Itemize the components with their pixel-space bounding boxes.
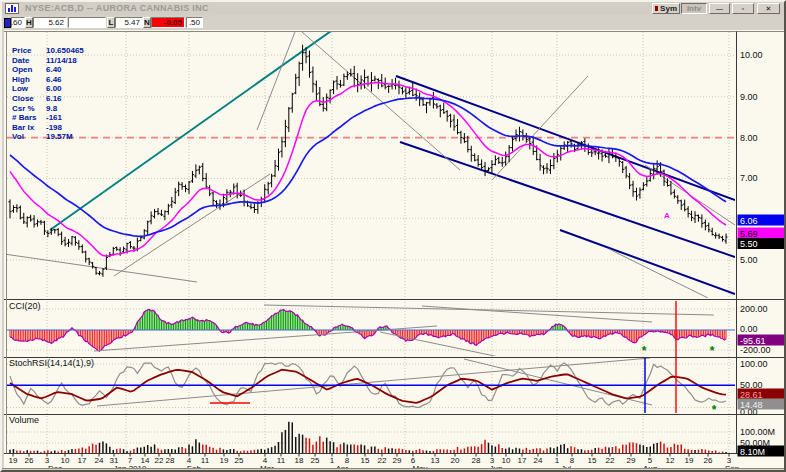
svg-text:24: 24: [534, 456, 543, 465]
svg-text:8.00: 8.00: [740, 133, 758, 143]
svg-text:29: 29: [627, 456, 636, 465]
data-panel-row: High6.46: [12, 75, 84, 85]
window-bottom-edge: [2, 468, 784, 472]
app-icon-bar: [11, 5, 13, 12]
svg-text:-200.00: -200.00: [740, 345, 771, 355]
svg-text:28.61: 28.61: [740, 390, 763, 400]
svg-text:17: 17: [518, 456, 527, 465]
svg-text:6.06: 6.06: [740, 216, 758, 226]
chart-canvas[interactable]: A***10.009.008.007.005.00200.000.00-200.…: [2, 30, 786, 468]
svg-text:1: 1: [555, 456, 560, 465]
row-value: -161: [46, 113, 62, 123]
svg-text:12: 12: [666, 456, 675, 465]
row-value: 6.16: [46, 94, 62, 104]
row-value: 6.40: [46, 65, 62, 75]
row-label: Close: [12, 94, 46, 104]
minimize-button[interactable]: —: [709, 3, 730, 14]
svg-text:8.10M: 8.10M: [740, 447, 765, 457]
svg-text:19: 19: [9, 456, 18, 465]
data-panel-row: # Bars-161: [12, 113, 84, 123]
svg-text:10: 10: [502, 456, 511, 465]
high-label: H: [25, 17, 33, 28]
row-label: Vol: [12, 132, 46, 142]
svg-text:5.69: 5.69: [740, 229, 758, 239]
row-label: Bar Ix: [12, 123, 46, 133]
svg-text:22: 22: [606, 456, 615, 465]
svg-text:5.00: 5.00: [740, 255, 758, 265]
row-value: 10.650465: [46, 46, 84, 56]
row-value: 11/14/18: [46, 56, 77, 66]
app-icon-bar: [14, 7, 16, 12]
intv-button-label: Intv: [687, 4, 701, 13]
intv-button[interactable]: Intv: [681, 3, 707, 14]
svg-text:15: 15: [361, 456, 370, 465]
svg-text:24: 24: [95, 456, 104, 465]
app-icon-bar: [8, 8, 10, 12]
sym-button-label: Sym: [660, 4, 677, 13]
svg-text:*: *: [642, 344, 647, 358]
data-panel-row: Date11/14/18: [12, 56, 84, 66]
entry-field[interactable]: [68, 17, 106, 28]
svg-text:100.00M: 100.00M: [740, 427, 775, 437]
row-value: -198: [46, 123, 62, 133]
data-panel-row: Bar Ix-198: [12, 123, 84, 133]
svg-text:18: 18: [295, 456, 304, 465]
svg-text:22: 22: [155, 456, 164, 465]
svg-text:7.00: 7.00: [740, 173, 758, 183]
svg-text:5.50: 5.50: [740, 239, 758, 249]
svg-text:-95.61: -95.61: [740, 336, 766, 346]
svg-text:20: 20: [451, 456, 460, 465]
svg-text:26: 26: [704, 456, 713, 465]
data-panel-row: Low6.00: [12, 84, 84, 94]
low-field: 5.47: [115, 17, 143, 28]
svg-text:13: 13: [431, 456, 440, 465]
window-title: NYSE:ACB,D -- AURORA CANNABIS INC: [25, 3, 209, 13]
close-button[interactable]: ✕: [757, 3, 780, 14]
net-label: N: [143, 17, 151, 28]
svg-text:Volume: Volume: [9, 415, 39, 425]
last-price-field: .60: [11, 17, 25, 28]
svg-text:22: 22: [378, 456, 387, 465]
svg-text:10.00: 10.00: [740, 50, 763, 60]
svg-text:29: 29: [393, 456, 402, 465]
sym-button[interactable]: Sym: [652, 3, 680, 14]
svg-text:11: 11: [201, 456, 210, 465]
row-value: 19.57M: [46, 132, 73, 142]
svg-text:19: 19: [685, 456, 694, 465]
title-bar: NYSE:ACB,D -- AURORA CANNABIS INC Sym In…: [2, 2, 784, 15]
svg-text:CCI(20): CCI(20): [9, 301, 41, 311]
quote-bar: .60 H 5.62 L 5.47 N -0.05 .50: [2, 15, 784, 30]
data-panel-row: Vol19.57M: [12, 132, 84, 142]
row-value: 6.46: [46, 75, 62, 85]
net-change-field: -0.05: [151, 17, 185, 28]
row-label: High: [12, 75, 46, 85]
svg-text:100.00: 100.00: [740, 359, 768, 369]
svg-text:25: 25: [235, 456, 244, 465]
close-field: .50: [186, 17, 203, 28]
row-value: 6.00: [46, 84, 62, 94]
svg-text:9.00: 9.00: [740, 92, 758, 102]
row-label: Open: [12, 65, 46, 75]
svg-text:0.00: 0.00: [740, 324, 758, 334]
data-panel-row: Close6.16: [12, 94, 84, 104]
row-label: Csr %: [12, 104, 46, 114]
svg-text:26: 26: [25, 456, 34, 465]
maximize-button[interactable]: ▫: [732, 3, 754, 14]
row-label: # Bars: [12, 113, 46, 123]
svg-text:StochRSI(14,14(1),9): StochRSI(14,14(1),9): [9, 358, 94, 368]
svg-text:A: A: [664, 211, 670, 220]
low-label: L: [107, 17, 115, 28]
row-label: Price: [12, 46, 46, 56]
row-label: Date: [12, 56, 46, 66]
app-icon: [5, 3, 19, 14]
data-panel: Price10.650465 Date11/14/18 Open6.40 Hig…: [12, 46, 84, 142]
svg-text:11: 11: [277, 456, 286, 465]
svg-text:200.00: 200.00: [740, 304, 768, 314]
svg-text:*: *: [710, 344, 715, 358]
data-panel-row: Csr %9.8: [12, 104, 84, 114]
svg-text:19: 19: [220, 456, 229, 465]
row-value: 9.8: [46, 104, 57, 114]
svg-text:14.48: 14.48: [740, 400, 763, 410]
data-panel-row: Price10.650465: [12, 46, 84, 56]
svg-text:25: 25: [311, 456, 320, 465]
